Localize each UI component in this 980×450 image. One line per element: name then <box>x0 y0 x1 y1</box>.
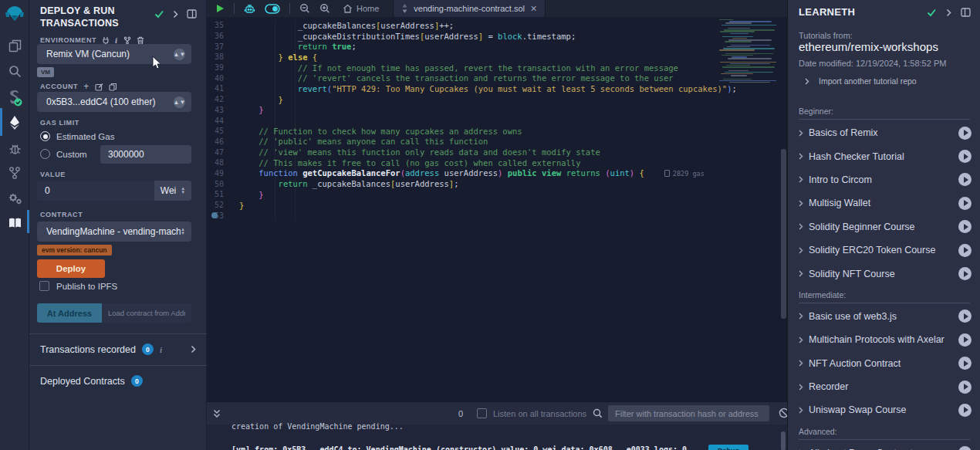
add-account-icon[interactable]: + <box>83 81 90 92</box>
line-number[interactable]: 38 <box>207 52 239 61</box>
publish-ipfs-checkbox[interactable] <box>39 281 49 291</box>
tutorial-play-button[interactable] <box>958 357 972 370</box>
line-number[interactable]: 46 <box>207 137 239 146</box>
line-number[interactable]: 48 <box>207 158 239 167</box>
editor-vertical-scrollbar[interactable] <box>781 149 786 319</box>
tutorial-item[interactable]: Multichain Protocols with Axelar <box>788 328 980 351</box>
import-tutorial-repo[interactable]: Import another tutorial repo <box>805 76 917 86</box>
value-input[interactable] <box>37 181 154 201</box>
transactions-chevron-icon[interactable] <box>191 345 196 354</box>
line-number[interactable]: 47 <box>207 148 239 157</box>
tutorial-chevron-icon[interactable] <box>799 360 803 367</box>
deployed-contracts-row[interactable]: Deployed Contracts 0 <box>29 365 207 396</box>
learneth-expand-chevron-icon[interactable] <box>946 8 951 17</box>
line-number[interactable]: 40 <box>207 74 239 83</box>
terminal-search-icon[interactable] <box>593 408 603 418</box>
ai-assistant-icon[interactable] <box>239 0 260 17</box>
tutorial-item[interactable]: NFT Auction Contract <box>788 352 980 375</box>
search-icon[interactable] <box>0 58 29 84</box>
code-editor[interactable]: 35 _cupcakeBalances[userAddress]++;36 _c… <box>207 17 787 395</box>
line-number[interactable]: 39 <box>207 63 239 72</box>
deploy-button[interactable]: Deploy <box>37 259 105 278</box>
fork-icon[interactable] <box>123 36 131 45</box>
copy-account-icon[interactable] <box>109 83 117 91</box>
tutorial-play-button[interactable] <box>958 127 972 140</box>
tutorial-item[interactable]: Multisig Wallet <box>788 191 980 215</box>
tutorial-play-button[interactable] <box>958 220 972 233</box>
edit-account-icon[interactable] <box>95 83 103 91</box>
tutorial-item[interactable]: Basic use of web3.js <box>788 305 980 328</box>
tutorial-play-button[interactable] <box>958 310 972 323</box>
line-number[interactable]: 50 <box>207 180 239 188</box>
tab-vending-machine-contract[interactable]: vending-machine-contract.sol ✕ <box>393 0 546 17</box>
trash-icon[interactable] <box>137 36 144 45</box>
value-unit-select[interactable]: Wei ▲▼ <box>154 181 191 201</box>
at-address-button[interactable]: At Address <box>37 303 102 323</box>
learneth-book-icon[interactable] <box>0 210 29 236</box>
debug-button[interactable]: Debug <box>708 445 749 450</box>
file-explorer-icon[interactable] <box>0 32 29 59</box>
listen-checkbox[interactable] <box>477 408 487 418</box>
tutorial-chevron-icon[interactable] <box>799 176 803 183</box>
tutorial-item[interactable]: Solidity NFT Course <box>788 262 980 285</box>
tutorial-play-button[interactable] <box>958 404 972 417</box>
tutorial-chevron-icon[interactable] <box>799 153 803 160</box>
transactions-recorded-row[interactable]: Transactions recorded 0 i <box>29 333 207 364</box>
line-number[interactable]: 42 <box>207 95 239 103</box>
tutorial-chevron-icon[interactable] <box>799 337 803 343</box>
tutorial-play-button[interactable] <box>958 333 972 347</box>
tutorial-chevron-icon[interactable] <box>799 407 803 414</box>
line-number[interactable]: 44 <box>207 117 239 125</box>
minimap[interactable] <box>716 19 784 86</box>
plugin-manager-icon[interactable] <box>0 185 29 211</box>
line-number[interactable]: 36 <box>207 32 239 40</box>
tutorial-play-button[interactable] <box>958 381 972 394</box>
plug-icon[interactable] <box>102 36 110 45</box>
radio-unselected-icon[interactable] <box>40 149 50 159</box>
estimated-gas-radio[interactable]: Estimated Gas <box>40 131 114 141</box>
terminal-scrollbar[interactable] <box>781 431 786 450</box>
tutorial-play-button[interactable] <box>958 150 972 163</box>
learneth-pin-icon[interactable] <box>961 8 971 17</box>
tutorial-item[interactable]: Solidity Beginner Course <box>788 215 980 239</box>
tab-close-icon[interactable]: ✕ <box>530 4 537 14</box>
tutorial-play-button[interactable] <box>958 173 972 186</box>
tutorial-chevron-icon[interactable] <box>799 384 803 391</box>
at-address-input[interactable] <box>102 303 191 323</box>
tutorial-play-button[interactable] <box>958 197 972 210</box>
git-icon[interactable] <box>0 160 29 186</box>
tutorial-chevron-icon[interactable] <box>799 200 803 207</box>
listen-all-transactions[interactable]: Listen on all transactions <box>477 408 586 418</box>
line-number[interactable]: 45 <box>207 127 239 135</box>
run-script-icon[interactable] <box>207 0 229 17</box>
tutorial-item[interactable]: All about Proxy Contracts <box>788 442 980 450</box>
custom-gas-radio[interactable]: Custom <box>40 149 87 159</box>
tutorial-item[interactable]: Solidity ERC20 Token Course <box>788 239 980 262</box>
transaction-filter-input[interactable] <box>608 405 769 421</box>
tutorial-item[interactable]: Intro to Circom <box>788 168 980 191</box>
home-tab[interactable]: Home <box>335 0 384 17</box>
line-number[interactable]: 49 <box>207 169 239 178</box>
line-number[interactable]: 35 <box>207 21 239 29</box>
account-select[interactable]: 0x5B3...eddC4 (100 ether) ▲▼ <box>37 92 191 112</box>
tutorial-item[interactable]: Uniswap Swap Course <box>788 398 980 421</box>
copilot-toggle-icon[interactable] <box>260 0 285 17</box>
contract-select[interactable]: VendingMachine - vending-machin ▲▼ <box>37 222 191 242</box>
line-number[interactable]: 43 <box>207 106 239 114</box>
line-number[interactable]: 37 <box>207 42 239 51</box>
line-number[interactable]: 52 <box>207 201 239 209</box>
environment-select[interactable]: Remix VM (Cancun) ▲▼ <box>37 44 191 64</box>
tutorial-play-button[interactable] <box>958 446 972 450</box>
tutorial-chevron-icon[interactable] <box>799 313 803 320</box>
custom-gas-input[interactable] <box>100 145 191 164</box>
panel-expand-chevron-icon[interactable] <box>173 10 178 19</box>
tutorial-chevron-icon[interactable] <box>799 130 803 137</box>
tutorial-item[interactable]: Hash Checker Tutorial <box>788 144 980 167</box>
tutorial-item[interactable]: Basics of Remix <box>788 121 980 144</box>
publish-ipfs-row[interactable]: Publish to IPFS <box>39 281 117 291</box>
tutorial-item[interactable]: Recorder <box>788 375 980 398</box>
line-number[interactable]: 51 <box>207 190 239 198</box>
tutorial-chevron-icon[interactable] <box>799 247 803 254</box>
tutorial-play-button[interactable] <box>958 267 972 280</box>
solidity-compiler-icon[interactable] <box>0 85 29 111</box>
